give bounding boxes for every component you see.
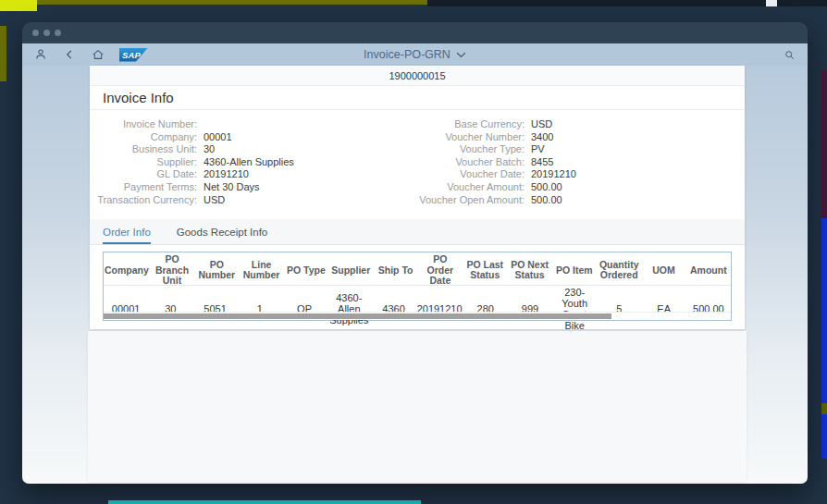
field-value-voucher-batch: 8455 bbox=[531, 156, 553, 169]
sap-logo[interactable]: SAP bbox=[119, 48, 148, 62]
window-minimize-button[interactable] bbox=[43, 30, 50, 36]
object-number: 1900000015 bbox=[389, 70, 445, 81]
window-maximize-button[interactable] bbox=[55, 30, 61, 36]
field-value-supplier: 4360-Allen Supplies bbox=[204, 156, 294, 169]
field-label-voucher-amount: Voucher Amount: bbox=[417, 181, 525, 194]
artifact-white-mark bbox=[766, 0, 777, 6]
cell-ship-to: 4360 bbox=[371, 286, 415, 332]
cell-po-order-date: 20191210 bbox=[416, 286, 463, 332]
column-header-po-branch-unit: PO Branch Unit bbox=[150, 252, 194, 289]
cell-supplier: 4360-Allen Supplies bbox=[327, 286, 371, 332]
tab-goods-receipt-info[interactable]: Goods Receipt Info bbox=[177, 219, 267, 244]
chevron-down-icon bbox=[456, 51, 466, 58]
field-label-invoice-number: Invoice Number: bbox=[90, 118, 197, 131]
app-canvas: 1900000015 Invoice Info Invoice Number: … bbox=[22, 66, 808, 484]
artifact-right-purple-strip bbox=[821, 70, 827, 218]
column-header-po-last-status: PO Last Status bbox=[463, 252, 507, 289]
horizontal-scrollbar[interactable] bbox=[104, 312, 731, 320]
table-row[interactable]: 00001 30 5051 1 OP 4360-Allen Supplies 4… bbox=[104, 286, 731, 312]
field-label-voucher-number: Voucher Number: bbox=[417, 131, 525, 144]
column-header-line-number: Line Number bbox=[239, 252, 283, 289]
section-title: Invoice Info bbox=[90, 86, 745, 110]
cell-uom: EA bbox=[642, 286, 686, 332]
shell-right-group bbox=[782, 47, 796, 62]
column-header-company: Company bbox=[104, 252, 150, 289]
cell-po-item: 230-Youth Sport Bike bbox=[552, 286, 597, 332]
back-icon[interactable] bbox=[62, 47, 77, 62]
tab-order-info[interactable]: Order Info bbox=[103, 219, 151, 244]
field-label-voucher-date: Voucher Date: bbox=[417, 168, 525, 181]
home-icon[interactable] bbox=[91, 47, 105, 62]
field-value-transaction-currency: USD bbox=[204, 194, 225, 207]
field-value-voucher-number: 3400 bbox=[531, 131, 553, 144]
tab-strip: Order Info Goods Receipt Info bbox=[90, 219, 745, 245]
field-value-voucher-open-amount: 500.00 bbox=[531, 194, 562, 207]
field-value-base-currency: USD bbox=[531, 118, 552, 131]
cell-po-last-status: 280 bbox=[463, 286, 508, 332]
column-header-po-next-status: PO Next Status bbox=[507, 252, 551, 289]
artifact-yellow-corner bbox=[0, 0, 37, 11]
field-label-payment-terms: Payment Terms: bbox=[90, 181, 197, 194]
cell-amount: 500.00 bbox=[686, 286, 731, 332]
app-title: Invoice-PO-GRN bbox=[364, 48, 451, 61]
column-header-po-type: PO Type bbox=[284, 252, 328, 289]
artifact-bottom-cyan-strip bbox=[108, 500, 421, 504]
field-label-base-currency: Base Currency: bbox=[417, 118, 525, 131]
field-value-voucher-type: PV bbox=[531, 143, 545, 156]
content-panel-empty bbox=[88, 331, 747, 482]
column-header-amount: Amount bbox=[686, 252, 731, 289]
object-number-strip: 1900000015 bbox=[90, 66, 745, 86]
column-header-quantity-ordered: Quantity Ordered bbox=[597, 252, 641, 289]
app-window: SAP Invoice-PO-GRN 1900000015 bbox=[22, 22, 808, 484]
po-table: Company PO Branch Unit PO Number Line Nu… bbox=[103, 252, 732, 321]
form-column-right: Base Currency:USD Voucher Number:3400 Vo… bbox=[417, 118, 745, 206]
field-label-business-unit: Business Unit: bbox=[90, 143, 197, 156]
field-value-voucher-amount: 500.00 bbox=[531, 181, 562, 194]
cell-po-number: 5051 bbox=[192, 286, 237, 332]
artifact-right-blue-strip bbox=[821, 218, 827, 459]
cell-company: 00001 bbox=[104, 286, 148, 332]
tab-order-info-label: Order Info bbox=[103, 227, 151, 238]
artifact-left-olive-strip bbox=[0, 26, 6, 81]
field-value-gl-date: 20191210 bbox=[204, 168, 249, 181]
field-value-business-unit: 30 bbox=[204, 143, 215, 156]
shell-bar: SAP Invoice-PO-GRN bbox=[22, 43, 808, 66]
column-header-ship-to: Ship To bbox=[373, 252, 417, 289]
cell-quantity-ordered: 5 bbox=[597, 286, 641, 332]
form-column-left: Invoice Number: Company:00001 Business U… bbox=[90, 118, 417, 206]
shell-left-group: SAP bbox=[33, 47, 148, 62]
field-label-gl-date: GL Date: bbox=[90, 168, 197, 181]
field-label-voucher-open-amount: Voucher Open Amount: bbox=[417, 194, 525, 207]
field-label-voucher-type: Voucher Type: bbox=[417, 143, 525, 156]
field-label-voucher-batch: Voucher Batch: bbox=[417, 156, 525, 169]
field-label-supplier: Supplier: bbox=[90, 156, 197, 169]
field-label-transaction-currency: Transaction Currency: bbox=[90, 194, 197, 207]
column-header-po-item: PO Item bbox=[552, 252, 597, 289]
column-header-supplier: Supplier bbox=[328, 252, 373, 289]
cell-line-number: 1 bbox=[238, 286, 282, 332]
window-titlebar bbox=[22, 22, 808, 43]
cell-po-type: OP bbox=[282, 286, 327, 332]
person-icon[interactable] bbox=[33, 47, 48, 62]
cell-po-next-status: 999 bbox=[508, 286, 552, 332]
po-table-header: Company PO Branch Unit PO Number Line Nu… bbox=[104, 252, 731, 286]
scrollbar-thumb[interactable] bbox=[104, 313, 611, 319]
window-close-button[interactable] bbox=[32, 30, 39, 36]
tab-goods-receipt-info-label: Goods Receipt Info bbox=[177, 227, 267, 238]
invoice-card: 1900000015 Invoice Info Invoice Number: … bbox=[90, 66, 745, 329]
field-value-payment-terms: Net 30 Days bbox=[204, 181, 260, 194]
field-value-voucher-date: 20191210 bbox=[531, 168, 576, 181]
field-value-company: 00001 bbox=[204, 131, 232, 144]
search-icon[interactable] bbox=[782, 47, 796, 62]
cell-po-branch-unit: 30 bbox=[148, 286, 192, 332]
column-header-po-number: PO Number bbox=[194, 252, 239, 289]
order-info-panel: Company PO Branch Unit PO Number Line Nu… bbox=[90, 245, 745, 329]
artifact-right-olive-strip bbox=[821, 403, 827, 414]
field-label-company: Company: bbox=[90, 131, 197, 144]
column-header-po-order-date: PO Order Date bbox=[418, 252, 463, 289]
column-header-uom: UOM bbox=[641, 252, 685, 289]
artifact-top-olive-strip bbox=[0, 0, 427, 5]
invoice-form: Invoice Number: Company:00001 Business U… bbox=[90, 110, 745, 219]
